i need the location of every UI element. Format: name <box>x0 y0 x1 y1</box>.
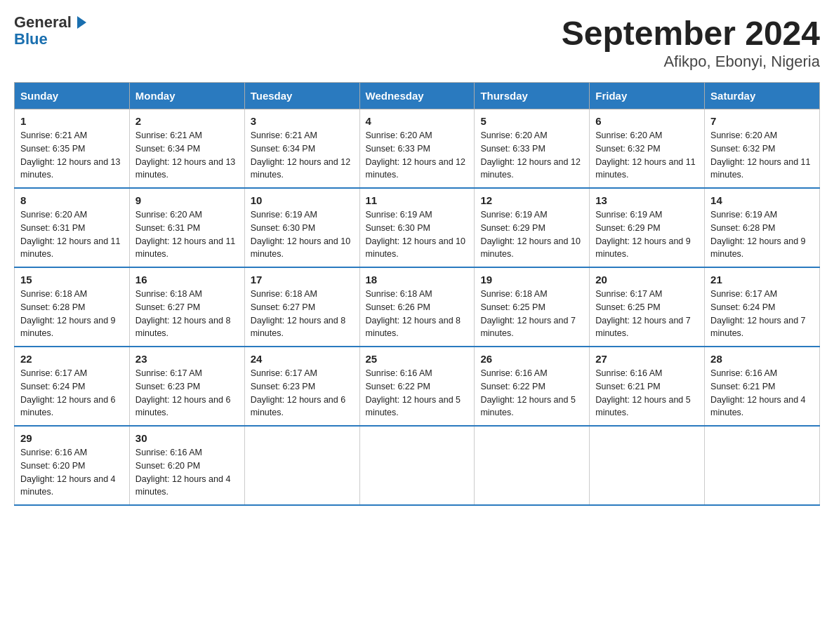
day-number: 25 <box>366 353 469 365</box>
day-number: 28 <box>710 353 814 365</box>
day-info: Sunrise: 6:17 AMSunset: 6:23 PMDaylight:… <box>135 368 231 417</box>
day-number: 22 <box>20 353 124 365</box>
calendar-week-row: 22 Sunrise: 6:17 AMSunset: 6:24 PMDaylig… <box>15 347 820 426</box>
table-row: 7 Sunrise: 6:20 AMSunset: 6:32 PMDayligh… <box>705 109 820 189</box>
day-number: 10 <box>251 194 354 206</box>
day-info: Sunrise: 6:16 AMSunset: 6:22 PMDaylight:… <box>480 368 576 417</box>
table-row: 23 Sunrise: 6:17 AMSunset: 6:23 PMDaylig… <box>129 347 244 426</box>
day-info: Sunrise: 6:16 AMSunset: 6:22 PMDaylight:… <box>366 368 461 417</box>
table-row: 12 Sunrise: 6:19 AMSunset: 6:29 PMDaylig… <box>475 188 590 267</box>
day-info: Sunrise: 6:19 AMSunset: 6:30 PMDaylight:… <box>251 210 350 259</box>
day-info: Sunrise: 6:19 AMSunset: 6:28 PMDaylight:… <box>710 210 806 259</box>
page-header: General Blue September 2024 Afikpo, Ebon… <box>14 14 820 71</box>
table-row <box>244 426 359 505</box>
table-row: 18 Sunrise: 6:18 AMSunset: 6:26 PMDaylig… <box>359 267 475 347</box>
day-number: 18 <box>366 274 469 286</box>
day-number: 13 <box>595 194 699 206</box>
calendar-week-row: 1 Sunrise: 6:21 AMSunset: 6:35 PMDayligh… <box>15 109 820 189</box>
col-monday: Monday <box>129 83 244 109</box>
day-info: Sunrise: 6:21 AMSunset: 6:34 PMDaylight:… <box>135 130 235 180</box>
day-info: Sunrise: 6:17 AMSunset: 6:25 PMDaylight:… <box>595 289 691 338</box>
table-row <box>475 426 590 505</box>
table-row: 13 Sunrise: 6:19 AMSunset: 6:29 PMDaylig… <box>590 188 705 267</box>
day-number: 5 <box>480 115 583 127</box>
day-info: Sunrise: 6:21 AMSunset: 6:34 PMDaylight:… <box>251 130 350 180</box>
day-number: 17 <box>251 274 354 286</box>
table-row: 11 Sunrise: 6:19 AMSunset: 6:30 PMDaylig… <box>359 188 475 267</box>
title-block: September 2024 Afikpo, Ebonyi, Nigeria <box>562 14 820 71</box>
day-info: Sunrise: 6:20 AMSunset: 6:31 PMDaylight:… <box>20 210 120 259</box>
table-row: 20 Sunrise: 6:17 AMSunset: 6:25 PMDaylig… <box>590 267 705 347</box>
day-info: Sunrise: 6:20 AMSunset: 6:31 PMDaylight:… <box>135 210 235 259</box>
day-info: Sunrise: 6:16 AMSunset: 6:21 PMDaylight:… <box>710 368 806 417</box>
day-info: Sunrise: 6:21 AMSunset: 6:35 PMDaylight:… <box>20 130 120 180</box>
table-row: 4 Sunrise: 6:20 AMSunset: 6:33 PMDayligh… <box>359 109 475 189</box>
day-info: Sunrise: 6:19 AMSunset: 6:30 PMDaylight:… <box>366 210 465 259</box>
day-number: 11 <box>366 194 469 206</box>
day-number: 16 <box>135 274 239 286</box>
day-number: 9 <box>135 194 239 206</box>
day-info: Sunrise: 6:19 AMSunset: 6:29 PMDaylight:… <box>480 210 580 259</box>
day-info: Sunrise: 6:18 AMSunset: 6:25 PMDaylight:… <box>480 289 576 338</box>
table-row: 10 Sunrise: 6:19 AMSunset: 6:30 PMDaylig… <box>244 188 359 267</box>
logo-triangle-icon <box>77 16 86 29</box>
day-number: 6 <box>595 115 699 127</box>
day-info: Sunrise: 6:18 AMSunset: 6:26 PMDaylight:… <box>366 289 461 338</box>
table-row: 1 Sunrise: 6:21 AMSunset: 6:35 PMDayligh… <box>15 109 130 189</box>
table-row: 28 Sunrise: 6:16 AMSunset: 6:21 PMDaylig… <box>705 347 820 426</box>
day-number: 24 <box>251 353 354 365</box>
day-info: Sunrise: 6:20 AMSunset: 6:33 PMDaylight:… <box>366 130 465 180</box>
day-info: Sunrise: 6:17 AMSunset: 6:24 PMDaylight:… <box>710 289 806 338</box>
table-row: 3 Sunrise: 6:21 AMSunset: 6:34 PMDayligh… <box>244 109 359 189</box>
col-wednesday: Wednesday <box>359 83 475 109</box>
day-info: Sunrise: 6:18 AMSunset: 6:27 PMDaylight:… <box>135 289 231 338</box>
day-number: 19 <box>480 274 583 286</box>
logo: General Blue <box>14 14 86 48</box>
col-friday: Friday <box>590 83 705 109</box>
table-row: 24 Sunrise: 6:17 AMSunset: 6:23 PMDaylig… <box>244 347 359 426</box>
day-number: 23 <box>135 353 239 365</box>
table-row <box>705 426 820 505</box>
logo-blue-text: Blue <box>14 30 48 48</box>
logo-general-text: General <box>14 13 72 31</box>
day-number: 21 <box>710 274 814 286</box>
day-info: Sunrise: 6:18 AMSunset: 6:28 PMDaylight:… <box>20 289 116 338</box>
day-number: 8 <box>20 194 124 206</box>
page-title: September 2024 <box>562 14 820 53</box>
table-row: 27 Sunrise: 6:16 AMSunset: 6:21 PMDaylig… <box>590 347 705 426</box>
day-info: Sunrise: 6:18 AMSunset: 6:27 PMDaylight:… <box>251 289 346 338</box>
day-number: 4 <box>366 115 469 127</box>
calendar-table: Sunday Monday Tuesday Wednesday Thursday… <box>14 82 820 506</box>
day-number: 27 <box>595 353 699 365</box>
day-number: 30 <box>135 432 239 444</box>
table-row: 6 Sunrise: 6:20 AMSunset: 6:32 PMDayligh… <box>590 109 705 189</box>
table-row: 16 Sunrise: 6:18 AMSunset: 6:27 PMDaylig… <box>129 267 244 347</box>
day-number: 29 <box>20 432 124 444</box>
col-saturday: Saturday <box>705 83 820 109</box>
day-number: 12 <box>480 194 583 206</box>
day-number: 3 <box>251 115 354 127</box>
table-row: 21 Sunrise: 6:17 AMSunset: 6:24 PMDaylig… <box>705 267 820 347</box>
table-row <box>590 426 705 505</box>
day-number: 7 <box>710 115 814 127</box>
table-row: 5 Sunrise: 6:20 AMSunset: 6:33 PMDayligh… <box>475 109 590 189</box>
col-sunday: Sunday <box>15 83 130 109</box>
table-row: 25 Sunrise: 6:16 AMSunset: 6:22 PMDaylig… <box>359 347 475 426</box>
calendar-header-row: Sunday Monday Tuesday Wednesday Thursday… <box>15 83 820 109</box>
calendar-week-row: 8 Sunrise: 6:20 AMSunset: 6:31 PMDayligh… <box>15 188 820 267</box>
table-row: 30 Sunrise: 6:16 AMSunset: 6:20 PMDaylig… <box>129 426 244 505</box>
calendar-week-row: 15 Sunrise: 6:18 AMSunset: 6:28 PMDaylig… <box>15 267 820 347</box>
day-info: Sunrise: 6:16 AMSunset: 6:20 PMDaylight:… <box>135 448 231 497</box>
table-row: 19 Sunrise: 6:18 AMSunset: 6:25 PMDaylig… <box>475 267 590 347</box>
table-row: 22 Sunrise: 6:17 AMSunset: 6:24 PMDaylig… <box>15 347 130 426</box>
day-info: Sunrise: 6:16 AMSunset: 6:20 PMDaylight:… <box>20 448 116 497</box>
day-number: 20 <box>595 274 699 286</box>
day-info: Sunrise: 6:17 AMSunset: 6:24 PMDaylight:… <box>20 368 116 417</box>
day-info: Sunrise: 6:20 AMSunset: 6:32 PMDaylight:… <box>710 130 810 180</box>
day-info: Sunrise: 6:16 AMSunset: 6:21 PMDaylight:… <box>595 368 691 417</box>
day-number: 2 <box>135 115 239 127</box>
table-row: 17 Sunrise: 6:18 AMSunset: 6:27 PMDaylig… <box>244 267 359 347</box>
table-row <box>359 426 475 505</box>
col-tuesday: Tuesday <box>244 83 359 109</box>
table-row: 9 Sunrise: 6:20 AMSunset: 6:31 PMDayligh… <box>129 188 244 267</box>
